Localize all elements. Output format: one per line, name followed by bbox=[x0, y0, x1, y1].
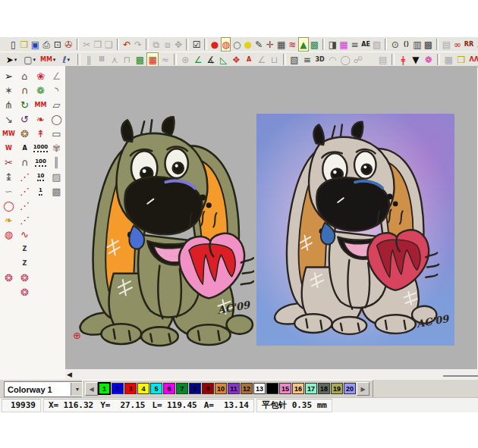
draw-outline-button[interactable]: ○ bbox=[231, 37, 242, 52]
rosette-a-button[interactable]: ❂ bbox=[1, 271, 17, 285]
pattern-b-button[interactable]: ▩ bbox=[423, 37, 434, 52]
ruffle-tool-button[interactable]: ∽ bbox=[1, 184, 17, 199]
open-design-button[interactable]: ❒ bbox=[455, 52, 467, 67]
digitize-pen-tool-button[interactable]: ℓ▾ bbox=[58, 52, 75, 67]
arch-nodes-button[interactable]: ∩ bbox=[17, 83, 33, 98]
needle-point-button[interactable]: ǂ bbox=[397, 52, 409, 67]
ellipse-shape-button[interactable]: ◯ bbox=[49, 112, 64, 127]
draw-hatch-red-button[interactable]: ◍ bbox=[221, 37, 231, 52]
artwork-image[interactable]: AC'09 bbox=[256, 114, 454, 346]
color-swatch-5[interactable]: 5 bbox=[150, 383, 162, 394]
draw-yellow-button[interactable]: ● bbox=[243, 37, 253, 52]
star-wand-button[interactable]: ✶ bbox=[1, 83, 17, 98]
print-preview-button[interactable]: ⊡ bbox=[52, 37, 63, 52]
node-edit-button[interactable]: ⌂ bbox=[17, 69, 33, 83]
hscroll-thumb[interactable] bbox=[443, 375, 478, 377]
snip-tool-button[interactable]: ✂ bbox=[1, 155, 17, 170]
pin-button[interactable]: ✛ bbox=[265, 37, 275, 52]
letters-ae-button[interactable]: AE bbox=[360, 37, 371, 52]
arc-tool-button[interactable]: ◝ bbox=[49, 83, 64, 98]
color-swatch-16[interactable]: 16 bbox=[292, 383, 304, 394]
select-arrow-button[interactable]: ➢ bbox=[1, 69, 17, 83]
draw-solid-red-button[interactable]: ● bbox=[209, 37, 220, 52]
scale-100-button[interactable]: 100 bbox=[33, 155, 49, 170]
color-swatch-20[interactable]: 20 bbox=[344, 383, 356, 394]
palette-next-button[interactable]: ▶ bbox=[357, 382, 370, 396]
gold-chili-button[interactable]: ❧ bbox=[1, 213, 17, 227]
pattern-x-button[interactable]: ▧ bbox=[288, 52, 300, 67]
thread-glasses-button[interactable]: ∞ bbox=[452, 37, 463, 52]
color-swatch-3[interactable]: 3 bbox=[124, 383, 137, 394]
chili-pin-button[interactable]: ❧ bbox=[33, 112, 49, 127]
pencil-button[interactable]: ✎ bbox=[254, 37, 265, 52]
undo-button[interactable]: ↶ bbox=[122, 37, 133, 52]
scale-10-button[interactable]: 10 bbox=[33, 170, 49, 184]
fan-stitch-button[interactable]: ◺ bbox=[218, 52, 230, 67]
flower-motif-button[interactable]: ❁ bbox=[423, 52, 435, 67]
image-adjust-button[interactable]: ◨ bbox=[328, 37, 338, 52]
satin-mm-button[interactable]: MM bbox=[33, 98, 49, 112]
color-swatch-12[interactable]: 12 bbox=[241, 383, 253, 394]
color-swatch-9[interactable]: 9 bbox=[202, 383, 214, 394]
color-swatch-19[interactable]: 19 bbox=[331, 383, 343, 394]
color-swatch-14[interactable]: 14 bbox=[266, 383, 278, 394]
color-grid-button[interactable]: ▦ bbox=[338, 37, 349, 52]
design-canvas[interactable]: ⊕ bbox=[65, 66, 477, 369]
applique-letter-button[interactable]: A bbox=[243, 52, 255, 67]
point-tool-button[interactable]: ↘ bbox=[1, 112, 17, 127]
pattern-ball-button[interactable]: ❂ bbox=[17, 127, 33, 141]
rotate-ccw-button[interactable]: ↺ bbox=[17, 112, 33, 127]
red-flowers-button[interactable]: ❀ bbox=[33, 69, 49, 83]
flower-hand-button[interactable]: ✾ bbox=[49, 141, 64, 155]
squiggle-line-button[interactable]: ∿ bbox=[17, 227, 33, 242]
dash-line-a-button[interactable]: ⋰ bbox=[17, 170, 33, 184]
scroll-left-icon[interactable]: ◀ bbox=[67, 371, 72, 378]
thread-chart-button[interactable]: ≡ bbox=[350, 37, 360, 52]
color-swatch-18[interactable]: 18 bbox=[318, 383, 330, 394]
twin-columns-button[interactable]: ║ bbox=[49, 155, 64, 170]
design-check-button[interactable]: ☑ bbox=[191, 37, 202, 52]
stitch-angle-b-button[interactable]: ∡ bbox=[205, 52, 217, 67]
embroidery-image[interactable]: AC'09 bbox=[74, 111, 254, 347]
view-3d-button[interactable]: 3D bbox=[314, 52, 326, 67]
shape-flag-button[interactable]: ▱ bbox=[49, 98, 64, 112]
color-image-button[interactable]: ▩ bbox=[310, 37, 320, 52]
new-file-button[interactable]: ▯ bbox=[8, 37, 19, 52]
color-swatch-10[interactable]: 10 bbox=[215, 383, 227, 394]
bridge-tool-button[interactable]: ∩ bbox=[17, 155, 33, 170]
run-stitch-tool-dropdown-arrow[interactable]: ▾ bbox=[53, 57, 56, 63]
mw-stitch-button[interactable]: MW bbox=[1, 127, 17, 141]
color-swatch-17[interactable]: 17 bbox=[305, 383, 317, 394]
letters-rr-button[interactable]: RR bbox=[464, 37, 474, 52]
scale-1-button[interactable]: 1 bbox=[33, 184, 49, 199]
transform-tool-dropdown-arrow[interactable]: ▾ bbox=[33, 57, 36, 63]
color-swatch-11[interactable]: 11 bbox=[228, 383, 240, 394]
scale-1000-button[interactable]: 1000 bbox=[33, 141, 49, 155]
pattern-a-button[interactable]: ▥ bbox=[412, 37, 423, 52]
color-swatch-13[interactable]: 13 bbox=[253, 383, 266, 394]
tatami-fill-button[interactable]: ▦ bbox=[146, 52, 159, 67]
w-cutter-button[interactable]: W bbox=[1, 141, 17, 155]
z-monogram-a-button[interactable]: Z bbox=[17, 242, 33, 256]
print-button[interactable]: ⎙ bbox=[41, 37, 52, 52]
colorway-select[interactable]: Colorway 1 ▼ bbox=[4, 381, 84, 397]
dash-line-d-button[interactable]: ⋰ bbox=[17, 213, 33, 227]
pattern-block-button[interactable]: ▩ bbox=[49, 184, 64, 199]
stitch-marker-button[interactable]: ▼ bbox=[410, 52, 422, 67]
export-image-button[interactable]: ✇ bbox=[63, 37, 74, 52]
stitch-waves-button[interactable]: ≋ bbox=[287, 37, 297, 52]
crosshatch-button[interactable]: ▨ bbox=[49, 170, 64, 184]
column-pin-button[interactable]: ↟ bbox=[33, 127, 49, 141]
team-stitch-button[interactable]: ΛΛ bbox=[468, 52, 478, 67]
grid-view-button[interactable]: ▦ bbox=[276, 37, 287, 52]
transform-tool-button[interactable]: ▢▾ bbox=[21, 52, 39, 67]
red-ring-button[interactable]: ◍ bbox=[1, 227, 17, 242]
artwork-view-button[interactable]: ▲ bbox=[298, 37, 309, 52]
select-tool-button[interactable]: ➤▾ bbox=[3, 52, 20, 67]
color-swatch-6[interactable]: 6 bbox=[163, 383, 175, 394]
z-monogram-b-button[interactable]: Z bbox=[17, 256, 33, 271]
open-file-button[interactable]: ❒ bbox=[19, 37, 30, 52]
select-tool-dropdown-arrow[interactable]: ▾ bbox=[14, 57, 17, 63]
stitch-list-button[interactable]: ≡ bbox=[301, 52, 313, 67]
color-swatch-1[interactable]: 1 bbox=[98, 382, 111, 395]
